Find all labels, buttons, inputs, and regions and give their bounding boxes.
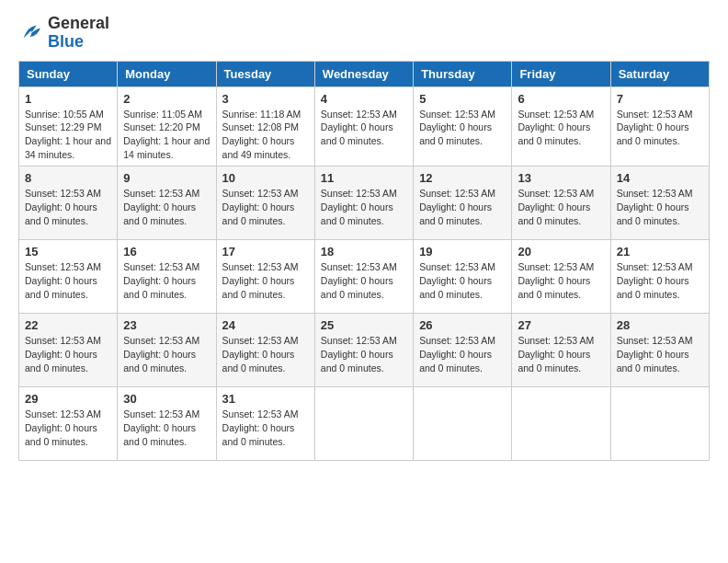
calendar-cell: 28Sunset: 12:53 AMDaylight: 0 hours and … [610,314,709,387]
calendar-cell [314,387,413,461]
calendar-cell: 16Sunset: 12:53 AMDaylight: 0 hours and … [118,240,216,314]
calendar-week-row: 8Sunset: 12:53 AMDaylight: 0 hours and 0… [19,167,710,240]
calendar-cell: 5Sunset: 12:53 AMDaylight: 0 hours and 0… [414,86,512,167]
day-number: 21 [617,245,703,259]
day-info: Sunset: 12:53 AMDaylight: 0 hours and 0 … [518,260,604,301]
day-info: Sunset: 12:53 AMDaylight: 0 hours and 0 … [419,260,506,301]
calendar-cell: 20Sunset: 12:53 AMDaylight: 0 hours and … [512,240,610,314]
calendar-cell: 11Sunset: 12:53 AMDaylight: 0 hours and … [314,167,413,240]
day-info: Sunset: 12:53 AMDaylight: 0 hours and 0 … [123,408,210,448]
calendar-cell: 1Sunrise: 10:55 AMSunset: 12:29 PMDaylig… [19,86,118,167]
calendar-cell: 22Sunset: 12:53 AMDaylight: 0 hours and … [19,314,118,387]
day-info: Sunrise: 11:05 AMSunset: 12:20 PMDayligh… [123,108,210,162]
day-info: Sunset: 12:53 AMDaylight: 0 hours and 0 … [25,187,111,227]
day-info: Sunset: 12:53 AMDaylight: 0 hours and 0 … [321,187,407,227]
day-number: 10 [222,171,309,185]
day-number: 28 [617,318,703,332]
day-info: Sunset: 12:53 AMDaylight: 0 hours and 0 … [518,187,604,227]
day-number: 27 [518,318,604,332]
calendar-cell: 31Sunset: 12:53 AMDaylight: 0 hours and … [216,387,314,461]
day-number: 23 [123,318,210,332]
day-number: 24 [222,318,309,332]
calendar-cell: 2Sunrise: 11:05 AMSunset: 12:20 PMDaylig… [118,86,216,167]
day-info: Sunset: 12:53 AMDaylight: 0 hours and 0 … [518,334,604,374]
day-info: Sunset: 12:53 AMDaylight: 0 hours and 0 … [419,334,506,374]
calendar-cell: 3Sunrise: 11:18 AMSunset: 12:08 PMDaylig… [216,86,314,167]
day-number: 16 [123,245,210,259]
weekday-header-sunday: Sunday [19,61,118,86]
logo: General Blue [18,15,109,52]
calendar-cell: 8Sunset: 12:53 AMDaylight: 0 hours and 0… [19,167,118,240]
calendar-cell: 27Sunset: 12:53 AMDaylight: 0 hours and … [512,314,610,387]
calendar-week-row: 22Sunset: 12:53 AMDaylight: 0 hours and … [19,314,710,387]
calendar-cell [512,387,610,461]
day-info: Sunset: 12:53 AMDaylight: 0 hours and 0 … [321,334,407,374]
calendar-cell: 15Sunset: 12:53 AMDaylight: 0 hours and … [19,240,118,314]
day-info: Sunset: 12:53 AMDaylight: 0 hours and 0 … [222,408,309,448]
day-info: Sunset: 12:53 AMDaylight: 0 hours and 0 … [25,408,111,448]
calendar-table: SundayMondayTuesdayWednesdayThursdayFrid… [18,61,710,462]
day-info: Sunset: 12:53 AMDaylight: 0 hours and 0 … [123,260,210,301]
calendar-cell: 14Sunset: 12:53 AMDaylight: 0 hours and … [610,167,709,240]
day-number: 15 [25,245,111,259]
day-number: 4 [321,92,407,106]
day-info: Sunset: 12:53 AMDaylight: 0 hours and 0 … [25,260,111,301]
weekday-header-friday: Friday [512,61,610,86]
day-info: Sunset: 12:53 AMDaylight: 0 hours and 0 … [123,334,210,374]
day-number: 22 [25,318,111,332]
day-number: 5 [419,92,506,106]
day-number: 17 [222,245,309,259]
calendar-cell: 26Sunset: 12:53 AMDaylight: 0 hours and … [414,314,512,387]
day-info: Sunset: 12:53 AMDaylight: 0 hours and 0 … [617,334,703,374]
day-number: 7 [617,92,703,106]
calendar-week-row: 1Sunrise: 10:55 AMSunset: 12:29 PMDaylig… [19,86,710,167]
day-number: 8 [25,171,111,185]
calendar-cell: 6Sunset: 12:53 AMDaylight: 0 hours and 0… [512,86,610,167]
day-number: 9 [123,171,210,185]
day-info: Sunset: 12:53 AMDaylight: 0 hours and 0 … [617,108,703,148]
weekday-header-monday: Monday [118,61,216,86]
calendar-cell: 17Sunset: 12:53 AMDaylight: 0 hours and … [216,240,314,314]
day-info: Sunset: 12:53 AMDaylight: 0 hours and 0 … [617,187,703,227]
day-info: Sunset: 12:53 AMDaylight: 0 hours and 0 … [222,260,309,301]
day-info: Sunset: 12:53 AMDaylight: 0 hours and 0 … [518,108,604,148]
logo-icon [18,20,44,46]
calendar-cell: 12Sunset: 12:53 AMDaylight: 0 hours and … [414,167,512,240]
day-number: 29 [25,392,111,406]
day-info: Sunset: 12:53 AMDaylight: 0 hours and 0 … [321,260,407,301]
calendar-cell: 13Sunset: 12:53 AMDaylight: 0 hours and … [512,167,610,240]
weekday-header-wednesday: Wednesday [314,61,413,86]
calendar-cell: 18Sunset: 12:53 AMDaylight: 0 hours and … [314,240,413,314]
day-number: 25 [321,318,407,332]
weekday-header-row: SundayMondayTuesdayWednesdayThursdayFrid… [19,61,710,86]
day-number: 18 [321,245,407,259]
day-number: 26 [419,318,506,332]
calendar-cell [414,387,512,461]
day-info: Sunset: 12:53 AMDaylight: 0 hours and 0 … [25,334,111,374]
day-info: Sunset: 12:53 AMDaylight: 0 hours and 0 … [321,108,407,148]
day-number: 3 [222,92,309,106]
calendar-cell [610,387,709,461]
day-info: Sunset: 12:53 AMDaylight: 0 hours and 0 … [222,334,309,374]
day-number: 11 [321,171,407,185]
calendar-cell: 29Sunset: 12:53 AMDaylight: 0 hours and … [19,387,118,461]
day-number: 31 [222,392,309,406]
calendar-cell: 23Sunset: 12:53 AMDaylight: 0 hours and … [118,314,216,387]
calendar-cell: 24Sunset: 12:53 AMDaylight: 0 hours and … [216,314,314,387]
calendar-cell: 7Sunset: 12:53 AMDaylight: 0 hours and 0… [610,86,709,167]
day-number: 1 [25,92,111,106]
day-info: Sunrise: 10:55 AMSunset: 12:29 PMDayligh… [25,108,111,162]
calendar-cell: 25Sunset: 12:53 AMDaylight: 0 hours and … [314,314,413,387]
day-info: Sunset: 12:53 AMDaylight: 0 hours and 0 … [123,187,210,227]
day-info: Sunset: 12:53 AMDaylight: 0 hours and 0 … [419,187,506,227]
calendar-cell: 30Sunset: 12:53 AMDaylight: 0 hours and … [118,387,216,461]
calendar-week-row: 15Sunset: 12:53 AMDaylight: 0 hours and … [19,240,710,314]
day-number: 13 [518,171,604,185]
calendar-cell: 19Sunset: 12:53 AMDaylight: 0 hours and … [414,240,512,314]
page-header: General Blue [18,15,710,52]
day-info: Sunset: 12:53 AMDaylight: 0 hours and 0 … [617,260,703,301]
day-info: Sunrise: 11:18 AMSunset: 12:08 PMDayligh… [222,108,309,162]
weekday-header-thursday: Thursday [414,61,512,86]
day-number: 30 [123,392,210,406]
weekday-header-tuesday: Tuesday [216,61,314,86]
